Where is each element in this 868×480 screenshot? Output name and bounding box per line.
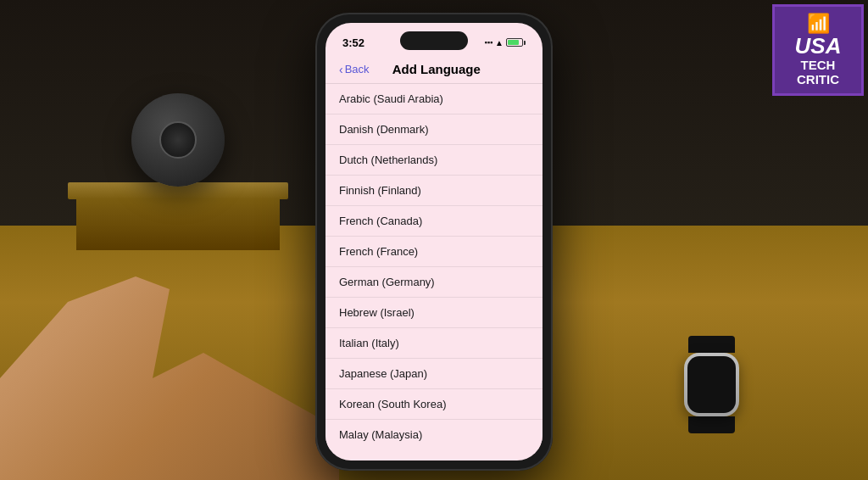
status-icons: ▪▪▪ ▲ <box>485 38 526 47</box>
watch-band-bottom <box>688 416 735 433</box>
dynamic-island <box>400 31 468 50</box>
language-item[interactable]: Japanese (Japan) <box>326 359 542 389</box>
language-list[interactable]: Arabic (Saudi Arabia)Danish (Denmark)Dut… <box>326 84 542 449</box>
shelf-support <box>76 199 280 250</box>
watch-body <box>684 353 739 416</box>
apple-watch <box>673 336 749 429</box>
back-label: Back <box>345 63 370 75</box>
logo-tech: TECH <box>801 59 836 71</box>
iphone-screen: 3:52 ▪▪▪ ▲ ‹ Back Add Language Ara <box>326 23 542 460</box>
nav-bar: ‹ Back Add Language <box>326 59 542 84</box>
wifi-icon: ▲ <box>495 38 504 47</box>
battery-icon <box>506 38 526 47</box>
logo-usa: USA <box>795 35 842 57</box>
language-item[interactable]: French (France) <box>326 237 542 267</box>
signal-icon: ▪▪▪ <box>485 38 493 47</box>
back-button[interactable]: ‹ Back <box>339 63 370 76</box>
nav-title: Add Language <box>370 62 504 76</box>
language-item[interactable]: French (Canada) <box>326 206 542 237</box>
language-item[interactable]: German (Germany) <box>326 267 542 298</box>
back-chevron-icon: ‹ <box>339 63 343 76</box>
status-time: 3:52 <box>342 36 364 49</box>
language-item[interactable]: Hebrew (Israel) <box>326 298 542 328</box>
logo-critic: CRITIC <box>797 73 839 86</box>
wifi-logo-icon: 📶 <box>807 14 830 33</box>
language-item[interactable]: Malay (Malaysia) <box>326 420 542 449</box>
language-item[interactable]: Finnish (Finland) <box>326 176 542 206</box>
language-item[interactable]: Italian (Italy) <box>326 328 542 359</box>
language-item[interactable]: Arabic (Saudi Arabia) <box>326 84 542 114</box>
smart-speaker <box>131 93 225 187</box>
iphone-frame: 3:52 ▪▪▪ ▲ ‹ Back Add Language Ara <box>315 13 553 471</box>
language-item[interactable]: Danish (Denmark) <box>326 114 542 145</box>
language-item[interactable]: Korean (South Korea) <box>326 389 542 420</box>
watch-band-top <box>688 336 735 353</box>
logo-badge: 📶 USA TECH CRITIC <box>772 4 864 96</box>
language-item[interactable]: Dutch (Netherlands) <box>326 145 542 176</box>
